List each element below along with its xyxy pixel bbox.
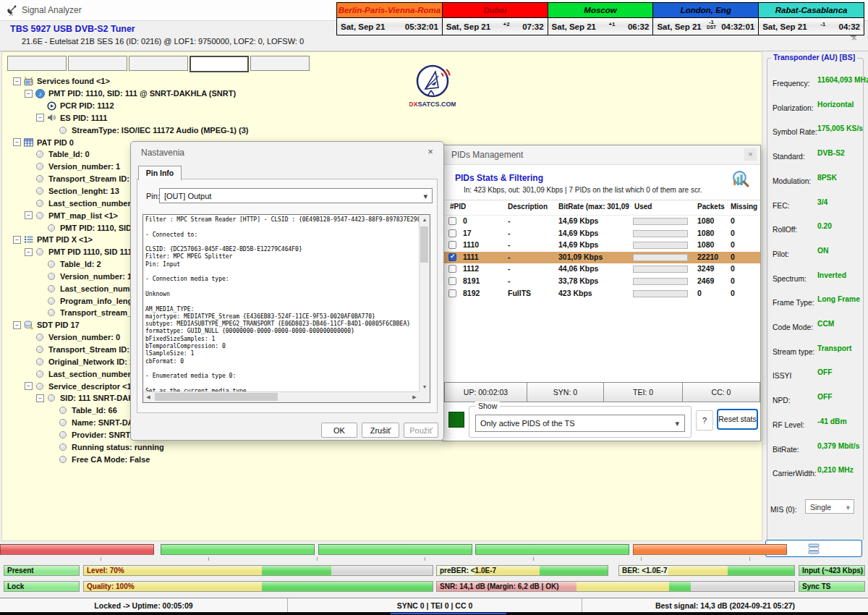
tree-expander-icon[interactable] — [25, 382, 33, 390]
tree-expander-icon[interactable] — [25, 90, 33, 98]
tree-expander-icon[interactable] — [25, 248, 33, 256]
si-table-bar — [475, 544, 629, 555]
tree-item-label: Transport_Stream ID: 2 — [48, 345, 136, 354]
vertical-scrollbar[interactable] — [419, 215, 430, 392]
cell-packets: 0 — [697, 289, 702, 297]
tree-node-icon — [35, 247, 46, 257]
tree-item[interactable]: StreamType: ISO/IEC 11172 Audio (MPEG-1)… — [12, 124, 249, 136]
mode-tab[interactable] — [250, 56, 310, 71]
pid-checkbox[interactable] — [448, 289, 456, 297]
transponder-panel: Transponder (AU) [BS] Frequency: 11604,0… — [767, 58, 864, 541]
scroll-up-icon[interactable] — [420, 215, 430, 225]
tree-item-label: Section_lenght: 13 — [48, 187, 119, 195]
pids-status-row: UP: 00:02:03 SYN: 0 TEI: 0 CC: 0 — [444, 382, 760, 402]
column-description[interactable]: Description — [508, 203, 558, 211]
pid-checkbox[interactable] — [448, 229, 456, 237]
pid-checkbox[interactable] — [448, 253, 456, 261]
tree-item[interactable]: ES PID: 1111 — [12, 112, 249, 124]
cell-packets: 2469 — [697, 276, 714, 285]
tree-node-icon — [24, 77, 34, 86]
column-bitrate[interactable]: BitRate (max: 301,09 Kb... — [558, 203, 631, 211]
tree-item[interactable]: Services found <1> — [12, 75, 249, 88]
tree-expander-icon[interactable] — [13, 138, 21, 146]
transponder-label: ISSYI — [773, 372, 791, 380]
table-row[interactable]: 0 - 14,69 Kbps 1080 0 — [443, 216, 760, 228]
tab-pin-info[interactable]: Pin Info — [138, 166, 182, 180]
pid-checkbox[interactable] — [448, 241, 456, 249]
tree-item-label: Service_descriptor <1> — [48, 382, 136, 391]
table-row[interactable]: 1110 - 14,69 Kbps 1080 0 — [443, 239, 760, 252]
cell-description: FullTS — [508, 289, 531, 297]
horizontal-scrollbar[interactable] — [143, 391, 420, 402]
tree-node-icon — [47, 101, 57, 111]
horizontal-scroll-thumb[interactable] — [155, 393, 278, 401]
tree-expander-icon[interactable] — [36, 114, 44, 122]
search-stats-icon[interactable] — [731, 169, 750, 192]
pid-checkbox[interactable] — [448, 277, 456, 285]
tree-expander-icon[interactable] — [13, 77, 21, 85]
tree-item-label: Provider: SNRT — [72, 430, 130, 439]
tree-item[interactable]: ♪ PMT PID: 1110, SID: 111 @ SNRT-DAKHLA … — [12, 88, 249, 100]
mis-row: MIS (0): Single — [770, 502, 857, 517]
scroll-left-icon[interactable] — [143, 392, 153, 402]
reset-stats-button[interactable]: Reset stats — [717, 409, 758, 430]
cell-bitrate: 44,06 Kbps — [558, 264, 598, 273]
column-missing[interactable]: Missing — [731, 203, 761, 211]
tree-expander-icon[interactable] — [13, 321, 21, 329]
transponder-row: NPD: OFF — [773, 393, 861, 403]
cell-bitrate: 423 Kbps — [558, 289, 592, 297]
column-pid[interactable]: #PID — [450, 203, 483, 211]
transponder-label: Polarization: — [773, 104, 814, 112]
table-row[interactable]: 17 - 14,69 Kbps 1080 0 — [443, 228, 760, 240]
tree-item[interactable]: PCR PID: 1112 — [12, 100, 249, 112]
tree-expander-icon[interactable] — [25, 211, 33, 219]
close-icon[interactable] — [744, 148, 757, 161]
transponder-value: ON — [817, 247, 828, 255]
transponder-value: 0,379 Mbit/s — [817, 442, 859, 450]
vertical-scroll-thumb[interactable] — [420, 226, 428, 263]
clock-time: 06:32 — [628, 22, 649, 31]
ruler-tick — [101, 557, 101, 561]
table-row[interactable]: 1111 - 301,09 Kbps 22210 0 — [443, 252, 760, 264]
table-row[interactable]: 1112 - 44,06 Kbps 3249 0 — [443, 263, 760, 276]
pid-checkbox[interactable] — [448, 217, 456, 225]
mis-dropdown[interactable]: Single — [805, 499, 854, 514]
tree-expander-icon[interactable] — [36, 394, 44, 402]
pid-checkbox[interactable] — [448, 265, 456, 273]
tree-item-label: PMT PID: 1110, SID: 111 @ SNRT-DAKHLA (S… — [48, 89, 236, 98]
table-row[interactable]: 8191 - 33,78 Kbps 2469 0 — [443, 276, 760, 288]
scroll-down-icon[interactable] — [420, 382, 430, 392]
close-icon[interactable] — [425, 146, 436, 158]
pin-info-textbox[interactable]: Filter : MPC Stream Reader [HTTP] - CLSI… — [142, 214, 430, 403]
cell-bitrate: 14,69 Kbps — [558, 216, 598, 225]
transponder-label: Symbol Rate: — [773, 128, 817, 136]
help-button[interactable]: ? — [696, 410, 713, 430]
tree-item[interactable]: Running status: running — [12, 441, 249, 453]
transponder-row: Symbol Rate: 175,005 KS/s — [773, 124, 861, 135]
cancel-button[interactable]: Zrušiť — [362, 423, 399, 438]
column-packets[interactable]: Packets — [697, 203, 730, 211]
table-row[interactable]: 8192 FullTS 423 Kbps 0 0 — [443, 288, 760, 300]
clock-time: 04:32 — [839, 22, 860, 31]
tree-expander-icon[interactable] — [13, 236, 21, 244]
mode-tab[interactable] — [190, 56, 249, 72]
column-used[interactable]: Used — [634, 203, 678, 211]
ruler-tick — [317, 557, 318, 561]
status-counters: SYNC 0 | TEI 0 | CC 0 — [288, 598, 582, 613]
show-groupbox: Show Only active PIDS of the TS — [469, 406, 692, 438]
tree-item[interactable]: Free CA Mode: False — [12, 453, 249, 465]
scroll-right-icon[interactable] — [409, 392, 420, 402]
transponder-label: Frame Type: — [773, 299, 814, 307]
transponder-row: RF Level: -41 dBm — [773, 417, 861, 428]
mode-tab[interactable] — [68, 56, 127, 71]
mode-tab[interactable] — [7, 56, 67, 71]
transponder-row: CarrierWidth: 0,210 MHz — [773, 466, 861, 476]
clock-date: Sat, Sep 21 — [446, 22, 490, 31]
ok-button[interactable]: OK — [321, 423, 357, 438]
apply-button[interactable]: Použiť — [404, 423, 438, 438]
pin-dropdown[interactable]: [OUT] Output — [159, 188, 433, 203]
clock-utc-offset: +2 — [503, 22, 510, 27]
mode-tab[interactable] — [129, 56, 188, 71]
transponder-row: BitRate: 0,379 Mbit/s — [773, 442, 861, 452]
show-filter-dropdown[interactable]: Only active PIDS of the TS — [475, 415, 685, 432]
